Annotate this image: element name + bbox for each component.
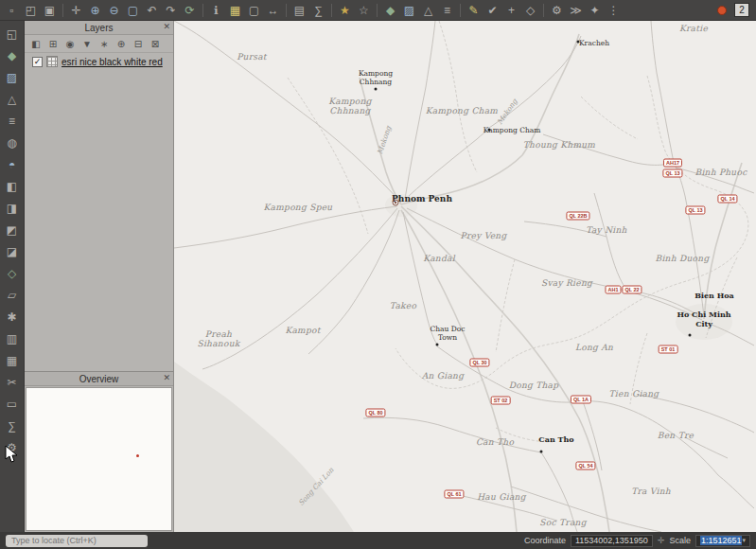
style-manager-icon[interactable]: ✦	[586, 2, 604, 19]
new-shapefile-layer-icon[interactable]: ▱	[4, 287, 21, 303]
pan-map-icon[interactable]: ✛	[67, 2, 85, 19]
add-arcgis-layer-icon[interactable]: ◪	[4, 243, 21, 259]
scale-dropdown-caret-icon[interactable]: ▾	[742, 537, 746, 544]
remove-layer-icon[interactable]: ⊠	[148, 37, 163, 51]
layer-label: esri nice black white red	[62, 57, 163, 67]
refresh-map-icon[interactable]: ⟳	[181, 2, 199, 19]
layers-list: ✓esri nice black white red	[25, 53, 173, 371]
add-spatialite-layer-icon[interactable]: ◍	[4, 134, 21, 151]
zoom-out-icon[interactable]: ⊖	[105, 2, 123, 19]
filter-legend-icon[interactable]: ▼	[79, 37, 95, 51]
status-bar-right: Coordinate 11534002,1351950 ✛ Scale 1:15…	[524, 535, 750, 547]
add-mesh-layer-icon[interactable]: △	[419, 2, 437, 19]
add-vector-layer-icon[interactable]: ◆	[4, 47, 21, 63]
layer-checkbox[interactable]: ✓	[32, 57, 43, 67]
add-xyz-layer-icon[interactable]: ▦	[4, 352, 21, 368]
select-features-icon[interactable]: ▦	[226, 2, 244, 19]
save-project-icon[interactable]: ▣	[41, 2, 59, 19]
overview-panel-title: Overview	[25, 374, 173, 384]
deselect-features-icon[interactable]: ▢	[245, 2, 263, 19]
layer-row[interactable]: ✓esri nice black white red	[25, 53, 173, 70]
statistical-summary-icon[interactable]: ∑	[4, 417, 21, 434]
add-feature-icon[interactable]: +	[502, 2, 520, 19]
layers-panel-toolbar: ◧⊞◉▼∗⊕⊟⊠	[25, 35, 173, 53]
add-vector-layer-icon[interactable]: ◆	[381, 2, 399, 19]
extents-toggle-icon[interactable]: ✛	[658, 536, 665, 545]
add-delimited-text-layer-icon[interactable]: ≡	[4, 113, 21, 129]
left-toolbar: ◱◆▨△≡◍◓◧◨◩◪◇▱✱▥▦✂▭∑⚙	[0, 21, 25, 532]
add-raster-layer-icon[interactable]: ▨	[400, 2, 418, 19]
zoom-in-icon[interactable]: ⊕	[86, 2, 104, 19]
notification-record-icon[interactable]	[717, 6, 727, 15]
overview-panel: Overview ✕	[25, 371, 173, 532]
add-mesh-layer-icon[interactable]: △	[4, 91, 21, 107]
save-edits-icon[interactable]: ✔	[483, 2, 501, 19]
toggle-editing-icon[interactable]: ✎	[465, 2, 483, 19]
new-project-icon[interactable]: ▫	[3, 2, 21, 19]
raster-layer-icon	[46, 56, 58, 67]
layout-manager-icon[interactable]: ▭	[4, 396, 21, 412]
zoom-next-icon[interactable]: ↷	[162, 2, 180, 19]
processing-toolbox-icon[interactable]: ⚙	[548, 2, 566, 19]
options-icon[interactable]: ⋮	[605, 2, 623, 19]
add-virtual-layer-icon[interactable]: ▥	[4, 330, 21, 346]
overview-extent-indicator	[136, 454, 139, 457]
new-bookmark-icon[interactable]: ★	[336, 2, 354, 19]
scale-label: Scale	[669, 536, 691, 545]
locate-input[interactable]	[6, 535, 148, 547]
vertex-tool-icon[interactable]: ◇	[521, 2, 539, 19]
coordinate-label: Coordinate	[524, 536, 566, 545]
scale-value: 1:1512651	[700, 536, 743, 545]
add-postgis-layer-icon[interactable]: ◓	[4, 156, 21, 172]
rivers-layer	[360, 34, 742, 532]
layers-panel-titlebar: Layers ✕	[25, 21, 173, 35]
toolbar-right-area: 2	[717, 3, 753, 17]
left-panel-column: Layers ✕ ◧⊞◉▼∗⊕⊟⊠ ✓esri nice black white…	[25, 21, 174, 532]
toolbar-separator	[62, 4, 63, 17]
manage-map-themes-icon[interactable]: ◉	[62, 37, 78, 51]
layers-panel-close-icon[interactable]: ✕	[163, 22, 170, 31]
toolbar-separator	[377, 4, 378, 17]
field-calculator-icon[interactable]: ∑	[309, 2, 327, 19]
style-copy-icon[interactable]: ✂	[4, 374, 21, 390]
new-geopackage-layer-icon[interactable]: ◇	[4, 265, 21, 281]
zoom-last-icon[interactable]: ↶	[143, 2, 161, 19]
identify-features-icon[interactable]: ℹ	[207, 2, 225, 19]
toolbar-separator	[202, 4, 203, 17]
add-raster-layer-icon[interactable]: ▨	[4, 69, 21, 85]
layers-panel-title: Layers	[25, 23, 173, 33]
attributes-table-icon[interactable]: ▤	[290, 2, 308, 19]
toolbar-separator	[543, 4, 544, 17]
new-temporary-scratch-layer-icon[interactable]: ✱	[4, 309, 21, 325]
admin-boundaries	[288, 21, 748, 442]
open-project-icon[interactable]: ◰	[22, 2, 40, 19]
open-layer-styling-icon[interactable]: ◧	[28, 37, 44, 51]
python-console-icon[interactable]: ≫	[567, 2, 585, 19]
overview-panel-titlebar: Overview ✕	[25, 372, 173, 386]
map-canvas[interactable]: KratiePursatKampongChhnangKampong ChamTh…	[174, 21, 756, 532]
expand-all-icon[interactable]: ⊕	[114, 37, 129, 51]
add-group-icon[interactable]: ⊞	[45, 37, 61, 51]
data-source-manager-icon[interactable]: ◱	[4, 26, 21, 42]
add-wfs-layer-icon[interactable]: ◩	[4, 221, 21, 238]
measure-line-icon[interactable]: ↔	[264, 2, 282, 19]
add-wms-layer-icon[interactable]: ◧	[4, 178, 21, 194]
show-bookmarks-icon[interactable]: ☆	[355, 2, 373, 19]
collapse-all-icon[interactable]: ⊟	[131, 37, 146, 51]
coordinate-field[interactable]: 11534002,1351950	[571, 535, 653, 547]
overview-panel-close-icon[interactable]: ✕	[163, 373, 170, 382]
scale-combo[interactable]: 1:1512651 ▾	[695, 535, 750, 547]
add-wcs-layer-icon[interactable]: ◨	[4, 200, 21, 216]
overview-map[interactable]	[26, 387, 172, 531]
zoom-full-icon[interactable]: ▢	[124, 2, 142, 19]
top-toolbar: ▫◰▣✛⊕⊖▢↶↷⟳ℹ▦▢↔▤∑★☆◆▨△≡✎✔+◇⚙≫✦⋮ 2	[0, 0, 756, 21]
map-base-layer	[174, 21, 756, 532]
sea-area	[174, 362, 354, 532]
filter-by-expression-icon[interactable]: ∗	[97, 37, 112, 51]
toolbox-icon[interactable]: ⚙	[4, 439, 21, 455]
add-text-layer-icon[interactable]: ≡	[438, 2, 456, 19]
toolbar-separator	[460, 4, 461, 17]
toolbar-count-box[interactable]: 2	[734, 3, 749, 17]
toolbar-separator	[286, 4, 287, 17]
top-toolbar-groups: ▫◰▣✛⊕⊖▢↶↷⟳ℹ▦▢↔▤∑★☆◆▨△≡✎✔+◇⚙≫✦⋮	[3, 2, 623, 19]
